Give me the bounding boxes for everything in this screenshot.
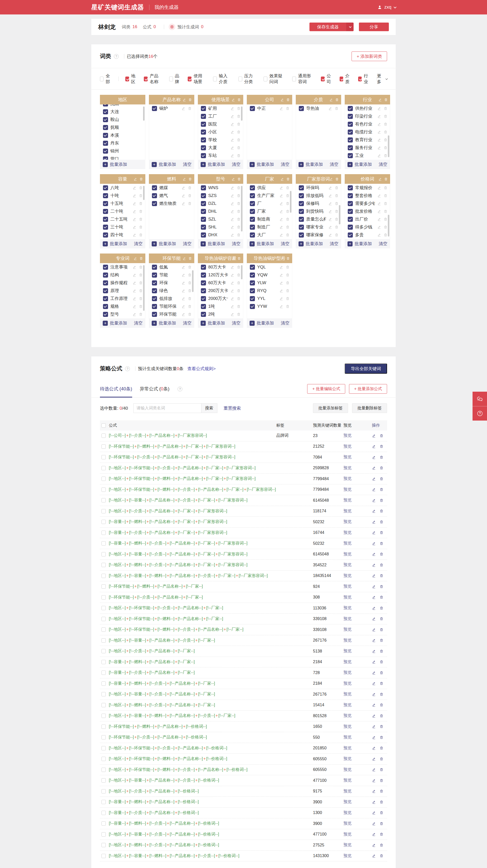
item-delete-icon[interactable] xyxy=(237,305,241,309)
delete-icon[interactable] xyxy=(384,177,388,181)
checkbox-icon[interactable] xyxy=(292,76,296,82)
edit-icon[interactable] xyxy=(231,256,235,260)
delete-icon[interactable] xyxy=(379,520,383,524)
edit-icon[interactable] xyxy=(182,177,186,181)
preview-link[interactable]: 预览 xyxy=(343,476,351,480)
preview-link[interactable]: 预览 xyxy=(343,724,351,728)
checkbox-icon[interactable] xyxy=(152,312,157,317)
checkbox-icon[interactable] xyxy=(201,122,206,127)
preview-link[interactable]: 预览 xyxy=(343,466,351,470)
preview-link[interactable]: 预览 xyxy=(343,692,351,696)
item-delete-icon[interactable] xyxy=(383,154,388,158)
item-delete-icon[interactable] xyxy=(139,297,143,301)
item-edit-icon[interactable] xyxy=(377,209,381,213)
item-edit-icon[interactable] xyxy=(279,265,283,269)
edit-icon[interactable] xyxy=(280,98,284,102)
scrollbar-thumb[interactable] xyxy=(241,106,242,121)
checkbox-icon[interactable] xyxy=(201,232,206,238)
bulk-add-button[interactable]: +批量添加 xyxy=(201,241,225,247)
checkbox-icon[interactable] xyxy=(125,76,129,82)
checkbox-icon[interactable] xyxy=(102,714,106,718)
preview-link[interactable]: 预览 xyxy=(343,627,351,631)
item-edit-icon[interactable] xyxy=(230,273,234,277)
bulk-add-button[interactable]: +批量添加 xyxy=(201,161,225,167)
user-menu[interactable]: zxq xyxy=(377,5,396,10)
checkbox-icon[interactable] xyxy=(102,822,106,826)
preview-link[interactable]: 预览 xyxy=(343,638,351,642)
checkbox-icon[interactable] xyxy=(348,153,353,158)
checkbox-icon[interactable] xyxy=(299,232,304,238)
clear-button[interactable]: 清空 xyxy=(183,320,192,326)
checkbox-icon[interactable] xyxy=(103,280,108,285)
checkbox-icon[interactable] xyxy=(348,145,353,150)
checkbox-icon[interactable] xyxy=(348,209,353,214)
delete-icon[interactable] xyxy=(379,509,383,513)
checkbox-icon[interactable] xyxy=(102,584,106,589)
edit-icon[interactable] xyxy=(378,177,382,181)
scrollbar-thumb[interactable] xyxy=(290,191,291,213)
preview-link[interactable]: 预览 xyxy=(343,617,351,621)
clear-button[interactable]: 清空 xyxy=(379,161,387,167)
edit-icon[interactable] xyxy=(372,585,376,589)
wechat-contact-button[interactable] xyxy=(472,392,487,406)
item-edit-icon[interactable] xyxy=(279,106,283,111)
delete-icon[interactable] xyxy=(379,628,383,632)
scrollbar-thumb[interactable] xyxy=(339,205,340,224)
clear-button[interactable]: 清空 xyxy=(281,320,289,326)
checkbox-icon[interactable] xyxy=(144,76,148,82)
item-delete-icon[interactable] xyxy=(237,146,241,150)
preview-link[interactable]: 预览 xyxy=(343,520,351,524)
delete-icon[interactable] xyxy=(188,177,192,181)
bulk-add-button[interactable]: +批量添加 xyxy=(298,241,323,247)
item-edit-icon[interactable] xyxy=(230,312,234,316)
checkbox-icon[interactable] xyxy=(201,106,206,111)
item-edit-icon[interactable] xyxy=(328,217,332,221)
item-edit-icon[interactable] xyxy=(230,233,234,237)
item-delete-icon[interactable] xyxy=(237,114,241,118)
checkbox-icon[interactable] xyxy=(250,106,255,111)
checkbox-icon[interactable] xyxy=(250,193,255,198)
item-delete-icon[interactable] xyxy=(335,209,339,213)
bulk-add-button[interactable]: +批量添加 xyxy=(103,161,127,167)
checkbox-icon[interactable] xyxy=(152,265,157,270)
delete-icon[interactable] xyxy=(379,434,383,438)
delete-icon[interactable] xyxy=(379,703,383,707)
delete-icon[interactable] xyxy=(379,832,383,836)
preview-link[interactable]: 预览 xyxy=(343,509,351,513)
item-edit-icon[interactable] xyxy=(133,194,137,198)
export-keywords-button[interactable]: 导出全部关键词 xyxy=(345,364,387,374)
item-edit-icon[interactable] xyxy=(230,138,234,142)
item-edit-icon[interactable] xyxy=(133,312,137,316)
checkbox-icon[interactable] xyxy=(250,280,255,285)
edit-icon[interactable] xyxy=(372,832,376,836)
edit-icon[interactable] xyxy=(372,843,376,847)
checkbox-icon[interactable] xyxy=(103,304,108,309)
checkbox-icon[interactable] xyxy=(152,273,157,278)
item-edit-icon[interactable] xyxy=(377,130,381,134)
checkbox-icon[interactable] xyxy=(103,109,108,114)
item-delete-icon[interactable] xyxy=(335,233,339,237)
edit-icon[interactable] xyxy=(372,477,376,481)
more-button[interactable]: 更多 xyxy=(377,73,387,85)
item-delete-icon[interactable] xyxy=(139,233,143,237)
item-edit-icon[interactable] xyxy=(230,217,234,221)
preview-link[interactable]: 预览 xyxy=(343,746,351,750)
edit-icon[interactable] xyxy=(372,488,376,492)
checkbox-icon[interactable] xyxy=(103,288,108,293)
checkbox-icon[interactable] xyxy=(102,444,106,449)
preview-link[interactable]: 预览 xyxy=(343,660,351,664)
checkbox-icon[interactable] xyxy=(152,296,157,301)
delete-icon[interactable] xyxy=(379,660,383,664)
checkbox-icon[interactable] xyxy=(102,520,106,524)
checkbox-icon[interactable] xyxy=(238,76,242,82)
item-edit-icon[interactable] xyxy=(279,273,283,277)
save-dropdown-caret[interactable] xyxy=(346,23,353,31)
checkbox-icon[interactable] xyxy=(102,735,106,740)
item-edit-icon[interactable] xyxy=(377,154,381,158)
item-delete-icon[interactable] xyxy=(237,186,241,190)
checkbox-icon[interactable] xyxy=(299,193,304,198)
help-contact-button[interactable] xyxy=(472,406,487,421)
checkbox-icon[interactable] xyxy=(201,225,206,230)
filter-品牌[interactable]: 品牌 xyxy=(169,73,181,85)
item-edit-icon[interactable] xyxy=(377,217,381,221)
